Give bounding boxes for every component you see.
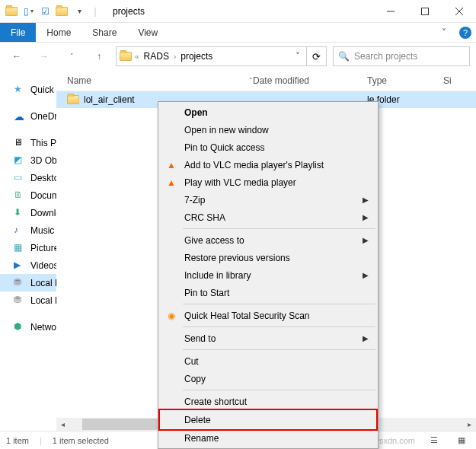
drive-icon: ⛃	[14, 277, 26, 289]
sidebar-item-downloads[interactable]: ⬇Downloads	[0, 204, 56, 221]
refresh-button[interactable]: ⟳	[307, 46, 327, 66]
ribbon-expand-icon[interactable]: ˅	[433, 23, 455, 42]
menu-separator	[183, 304, 375, 304]
status-item-count: 1 item	[6, 436, 29, 445]
qat-checkbox-icon[interactable]: ☑	[37, 3, 53, 20]
qat-folder-icon[interactable]	[53, 3, 70, 20]
menu-item-cut[interactable]: Cut	[160, 352, 376, 370]
help-button[interactable]: ?	[455, 23, 476, 42]
svg-rect-1	[421, 8, 428, 14]
file-name: lol_air_client	[84, 94, 135, 105]
submenu-arrow-icon: ▶	[363, 334, 369, 342]
address-folder-icon	[120, 52, 132, 61]
cloud-icon: ☁	[14, 110, 26, 123]
address-dropdown-icon[interactable]: ˅	[292, 51, 303, 62]
menu-item-give-access[interactable]: Give access to▶	[160, 231, 376, 249]
submenu-arrow-icon: ▶	[363, 213, 369, 221]
network-icon: ⬢	[14, 321, 26, 333]
sidebar-item-local-disk-c[interactable]: ⛃Local Disk (C:)	[0, 274, 56, 291]
desktop-icon: ▭	[14, 172, 26, 184]
sidebar-item-desktop[interactable]: ▭Desktop	[0, 169, 56, 186]
large-icons-view-button[interactable]: ▦	[453, 434, 470, 447]
search-placeholder: Search projects	[354, 51, 417, 62]
column-header-date[interactable]: Date modified	[253, 75, 367, 86]
status-selection-count: 1 item selected	[53, 436, 109, 445]
menu-separator	[183, 349, 375, 350]
quickheal-icon: ◉	[165, 309, 178, 323]
sidebar-item-pictures[interactable]: ▦Pictures	[0, 239, 56, 256]
menu-item-delete[interactable]: Delete	[160, 410, 376, 429]
menu-item-send-to[interactable]: Send to▶	[160, 330, 376, 347]
vlc-icon: ▲	[165, 176, 178, 189]
breadcrumb-separator: «	[135, 53, 139, 61]
scroll-right-icon[interactable]: ▸	[463, 418, 476, 431]
sidebar-item-local-disk-d[interactable]: ⛃Local Disk (D:)	[0, 291, 56, 309]
breadcrumb[interactable]: projects	[179, 51, 214, 62]
minimize-button[interactable]	[373, 0, 407, 23]
sidebar-item-this-pc[interactable]: 🖥This PC	[0, 134, 56, 151]
menu-item-restore-previous[interactable]: Restore previous versions	[160, 249, 376, 266]
address-bar[interactable]: « RADS › projects ˅	[116, 46, 307, 66]
drive-icon: ⛃	[14, 295, 26, 307]
sidebar-item-documents[interactable]: 🗎Documents	[0, 186, 56, 204]
file-tab[interactable]: File	[0, 23, 36, 42]
search-icon: 🔍	[338, 51, 350, 62]
sidebar-item-3d-objects[interactable]: ◩3D Objects	[0, 151, 56, 169]
qat-dropdown-icon[interactable]: ▾	[70, 3, 87, 20]
recent-locations-dropdown[interactable]: ˅	[61, 46, 82, 67]
menu-item-include-library[interactable]: Include in library▶	[160, 266, 376, 284]
breadcrumb-separator: ›	[174, 53, 176, 61]
forward-button[interactable]: →	[34, 46, 55, 67]
menu-item-pin-start[interactable]: Pin to Start	[160, 284, 376, 301]
scroll-left-icon[interactable]: ◂	[56, 418, 69, 431]
maximize-button[interactable]	[407, 0, 442, 23]
sidebar-item-quick-access[interactable]: ★Quick access	[0, 81, 56, 98]
share-tab[interactable]: Share	[81, 23, 127, 42]
star-icon: ★	[14, 84, 26, 96]
close-button[interactable]	[442, 0, 476, 23]
menu-item-create-shortcut[interactable]: Create shortcut	[160, 393, 376, 410]
highlighted-menu-item: Delete	[158, 409, 378, 431]
qat-properties-icon[interactable]: ▯▾	[20, 3, 37, 20]
menu-separator	[183, 326, 375, 327]
column-header-name[interactable]: Name˄	[56, 75, 253, 86]
view-tab[interactable]: View	[127, 23, 168, 42]
watermark: wsxdn.com	[373, 436, 415, 445]
submenu-arrow-icon: ▶	[363, 196, 369, 204]
menu-item-rename[interactable]: Rename	[160, 429, 376, 447]
up-button[interactable]: ↑	[88, 46, 110, 67]
videos-icon: ▶	[14, 260, 26, 272]
menu-item-vlc-playlist[interactable]: ▲Add to VLC media player's Playlist	[160, 156, 376, 174]
pc-icon: 🖥	[14, 137, 26, 149]
menu-item-pin-quick-access[interactable]: Pin to Quick access	[160, 139, 376, 156]
sidebar-item-music[interactable]: ♪Music	[0, 221, 56, 239]
sidebar-item-network[interactable]: ⬢Network	[0, 318, 56, 336]
context-menu: Open Open in new window Pin to Quick acc…	[158, 101, 379, 449]
breadcrumb[interactable]: RADS	[142, 51, 171, 62]
downloads-icon: ⬇	[14, 207, 26, 219]
sidebar-item-videos[interactable]: ▶Videos	[0, 256, 56, 274]
back-button[interactable]: ←	[6, 46, 27, 67]
folder-icon	[3, 3, 20, 20]
menu-item-quick-heal[interactable]: ◉Quick Heal Total Security Scan	[160, 307, 376, 324]
home-tab[interactable]: Home	[36, 23, 81, 42]
menu-separator	[183, 390, 375, 390]
menu-separator	[183, 228, 375, 229]
column-header-type[interactable]: Type	[367, 75, 443, 86]
column-headers: Name˄ Date modified Type Si	[56, 70, 476, 91]
vlc-icon: ▲	[165, 158, 178, 172]
sidebar-item-onedrive[interactable]: ☁OneDrive	[0, 107, 56, 125]
search-input[interactable]: 🔍 Search projects	[333, 46, 470, 66]
menu-item-7zip[interactable]: 7-Zip▶	[160, 191, 376, 209]
menu-item-open[interactable]: Open	[160, 103, 376, 121]
menu-item-copy[interactable]: Copy	[160, 370, 376, 387]
details-view-button[interactable]: ☰	[426, 434, 442, 447]
column-header-size[interactable]: Si	[443, 75, 476, 86]
address-toolbar: ← → ˅ ↑ « RADS › projects ˅ ⟳ 🔍 Search p…	[0, 43, 476, 70]
window-title: projects	[113, 6, 373, 17]
menu-item-open-new-window[interactable]: Open in new window	[160, 121, 376, 139]
music-icon: ♪	[14, 224, 26, 237]
menu-item-vlc-play[interactable]: ▲Play with VLC media player	[160, 174, 376, 191]
qat-separator: |	[87, 3, 104, 20]
menu-item-crc-sha[interactable]: CRC SHA▶	[160, 209, 376, 226]
